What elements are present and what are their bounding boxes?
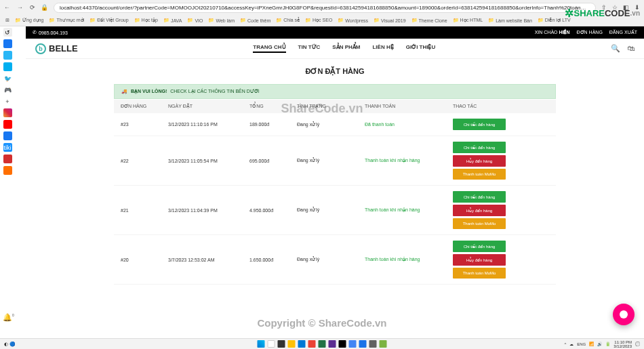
bookmark-item[interactable]: 📁 Học HTML	[453, 18, 483, 23]
browser-toolbar: ← → ⟳ 🔒 localhost:44370/account/order/?p…	[0, 0, 644, 15]
restore-icon[interactable]: ↺	[3, 28, 12, 37]
search-icon[interactable]	[268, 340, 275, 348]
battery-icon[interactable]: 🔋	[605, 342, 610, 346]
twitter-icon[interactable]: 🐦	[3, 74, 12, 83]
back-icon[interactable]: ←	[4, 4, 10, 11]
app-icon[interactable]	[3, 155, 12, 163]
clock[interactable]: 11:10 PM 3/12/2023	[613, 340, 632, 348]
notification-bell-icon[interactable]: 🔔0	[3, 313, 14, 322]
skype-icon[interactable]	[3, 62, 12, 71]
app-icon[interactable]	[380, 340, 387, 348]
terminal-icon[interactable]	[339, 340, 346, 348]
xbox-icon[interactable]: 🎮	[3, 85, 12, 94]
volume-icon[interactable]: 🔊	[597, 342, 602, 346]
nav-home[interactable]: TRANG CHỦ	[253, 44, 285, 53]
start-icon[interactable]	[258, 340, 265, 348]
bookmark-item[interactable]: 📁 JAVA	[163, 18, 182, 23]
col-payment: THANH TOÁN	[365, 104, 453, 109]
reload-icon[interactable]: ⟳	[30, 4, 35, 11]
order-payment: Đã thanh toán	[365, 122, 453, 127]
bookmark-item[interactable]: 📁 VIO	[187, 18, 203, 23]
order-payment: Thanh toán khi nhận hàng	[365, 257, 453, 262]
bookmark-item[interactable]: 📁 Ứng dụng	[15, 18, 43, 23]
widgets-icon[interactable]: ◐ 🔵	[4, 342, 16, 347]
bookmark-item[interactable]: 📁 Visual 2019	[374, 18, 405, 23]
bookmark-item[interactable]: 📁 Theme Clone	[411, 18, 447, 23]
edge-icon[interactable]	[298, 340, 306, 348]
messenger-icon[interactable]	[3, 39, 12, 48]
detail-button[interactable]: Chi tiết đơn hàng	[453, 119, 506, 130]
momo-button[interactable]: Thanh toán MoMo	[453, 268, 506, 279]
order-id: #23	[121, 122, 168, 127]
notifications-icon[interactable]: 💬	[635, 342, 640, 346]
instagram-icon[interactable]	[3, 108, 12, 117]
order-id: #20	[121, 258, 168, 262]
url-bar[interactable]: localhost:44370/account/order/?partnerCo…	[54, 3, 596, 13]
site-header: b BELLE TRANG CHỦ TIN TỨC SẢN PHẨM LIÊN …	[26, 39, 644, 59]
youtube-icon[interactable]	[3, 120, 12, 129]
app-icon[interactable]	[3, 166, 12, 175]
order-status: Đang xử lý	[297, 257, 365, 262]
onedrive-icon[interactable]: ☁	[569, 342, 573, 346]
chrome-icon[interactable]	[308, 340, 316, 348]
facebook-icon[interactable]	[3, 131, 12, 140]
momo-button[interactable]: Thanh toán MoMo	[453, 169, 506, 180]
plus-icon[interactable]: +	[3, 97, 12, 106]
cancel-button[interactable]: Hủy đơn hàng	[453, 205, 506, 216]
page-content: ✆ 0985.004.193 XIN CHÀO HIỀN ĐƠN HÀNG ĐĂ…	[26, 26, 644, 338]
order-row: #23 3/12/2023 11:10:16 PM 189.000đ Đang …	[114, 113, 556, 136]
detail-button[interactable]: Chi tiết đơn hàng	[453, 142, 506, 153]
nav-news[interactable]: TIN TỨC	[298, 44, 321, 53]
cancel-button[interactable]: Hủy đơn hàng	[453, 155, 506, 167]
app-icon[interactable]	[369, 340, 377, 348]
cart-icon[interactable]: 🛍	[627, 44, 635, 53]
welcome-text: XIN CHÀO HIỀN	[535, 30, 570, 35]
orders-link[interactable]: ĐƠN HÀNG	[577, 30, 603, 35]
detail-button[interactable]: Chi tiết đơn hàng	[453, 241, 506, 252]
order-actions: Chi tiết đơn hàngHủy đơn hàngThanh toán …	[453, 191, 549, 229]
apps-icon[interactable]: ⊞	[5, 18, 9, 23]
excel-icon[interactable]	[319, 340, 326, 348]
nav-products[interactable]: SẢN PHẨM	[332, 44, 360, 53]
chat-fab[interactable]	[613, 304, 635, 325]
sharecode-logo: ✲ SHARECODE.vn	[565, 7, 640, 20]
tiki-icon[interactable]: tiki	[3, 143, 12, 152]
order-date: 3/12/2023 11:04:39 PM	[168, 208, 249, 213]
search-icon[interactable]: 🔍	[611, 44, 620, 53]
taskview-icon[interactable]	[278, 340, 285, 348]
order-date: 3/7/2023 12:53:02 AM	[168, 258, 249, 262]
telegram-icon[interactable]	[3, 51, 12, 60]
bookmark-item[interactable]: 📁 Web làm	[208, 18, 235, 23]
tray-chevron-icon[interactable]: ^	[564, 342, 566, 346]
bookmark-item[interactable]: 📁 Wordpress	[338, 18, 368, 23]
col-order: ĐƠN HÀNG	[121, 104, 168, 109]
detail-button[interactable]: Chi tiết đơn hàng	[453, 191, 506, 203]
bookmark-item[interactable]: 📁 Code thêm	[240, 18, 270, 23]
bookmark-item[interactable]: 📁 Làm website Bán	[488, 18, 532, 23]
bookmark-item[interactable]: 📁 Học SEO	[305, 18, 332, 23]
order-total: 4.950.000đ	[249, 208, 297, 213]
momo-button[interactable]: Thanh toán MoMo	[453, 218, 506, 229]
order-date: 3/12/2023 11:05:54 PM	[168, 159, 249, 163]
brand-logo[interactable]: b BELLE	[35, 43, 78, 54]
order-status: Đang xử lý	[297, 122, 365, 127]
bookmark-item[interactable]: 📁 Thư mục mới	[49, 18, 84, 23]
forward-icon[interactable]: →	[17, 4, 23, 11]
cancel-button[interactable]: Hủy đơn hàng	[453, 254, 506, 266]
language-indicator[interactable]: ENG	[577, 342, 586, 346]
order-row: #20 3/7/2023 12:53:02 AM 1.650.000đ Đang…	[114, 235, 556, 285]
logout-link[interactable]: ĐĂNG XUẤT	[609, 30, 637, 35]
nav-contact[interactable]: LIÊN HỆ	[372, 44, 393, 53]
vs-icon[interactable]	[329, 340, 336, 348]
windows-sidebar: ↺ 🐦 🎮 + tiki	[0, 26, 15, 325]
app-icon[interactable]	[359, 340, 367, 348]
explorer-icon[interactable]	[288, 340, 296, 348]
nav-about[interactable]: GIỚI THIỆU	[406, 44, 436, 53]
app-icon[interactable]	[349, 340, 357, 348]
order-id: #21	[121, 208, 168, 213]
bookmark-item[interactable]: 📁 Đất Việt Group	[89, 18, 128, 23]
bookmark-item[interactable]: 📁 Chia sẻ	[276, 18, 300, 23]
wifi-icon[interactable]: 📶	[589, 342, 594, 346]
order-total: 695.000đ	[249, 159, 297, 163]
bookmark-item[interactable]: 📁 Học tập	[134, 18, 158, 23]
